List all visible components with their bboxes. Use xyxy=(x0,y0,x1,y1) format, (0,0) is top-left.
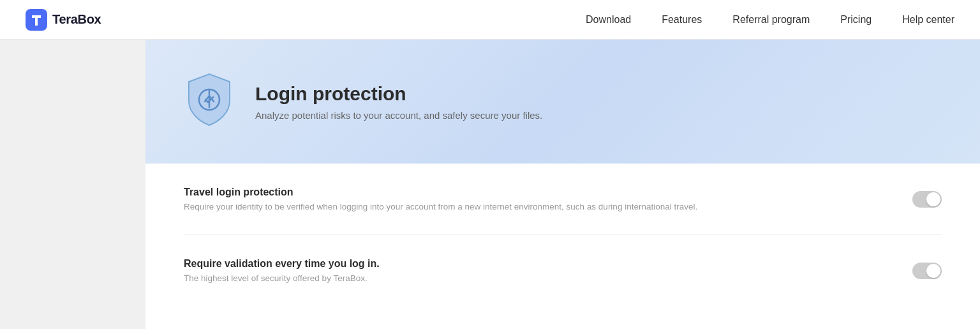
nav-link-download[interactable]: Download xyxy=(586,14,631,26)
setting-desc-validation: The highest level of security offered by… xyxy=(184,273,380,283)
setting-desc-travel: Require your identity to be verified whe… xyxy=(184,202,697,211)
hero-text: Login protection Analyze potential risks… xyxy=(255,83,542,121)
hero-banner: Login protection Analyze potential risks… xyxy=(145,40,980,164)
toggle-validation[interactable] xyxy=(912,263,942,279)
shield-icon xyxy=(184,72,235,129)
logo-text: TeraBox xyxy=(52,12,101,27)
nav-links: Download Features Referral program Prici… xyxy=(586,14,954,26)
toggle-travel[interactable] xyxy=(912,191,942,208)
shield-icon-container xyxy=(184,72,235,132)
setting-item-travel: Travel login protection Require your ide… xyxy=(184,164,942,235)
main-content: Login protection Analyze potential risks… xyxy=(145,40,980,329)
nav-link-help[interactable]: Help center xyxy=(902,14,954,26)
setting-title-validation: Require validation every time you log in… xyxy=(184,258,380,270)
nav-link-referral[interactable]: Referral program xyxy=(732,14,810,26)
hero-subtitle: Analyze potential risks to your account,… xyxy=(255,110,542,121)
setting-title-travel: Travel login protection xyxy=(184,187,697,198)
terabox-logo-icon xyxy=(26,9,47,31)
logo-area[interactable]: TeraBox xyxy=(26,9,101,31)
setting-info-validation: Require validation every time you log in… xyxy=(184,258,380,283)
setting-item-validation: Require validation every time you log in… xyxy=(184,235,942,306)
navbar: TeraBox Download Features Referral progr… xyxy=(0,0,980,40)
nav-link-pricing[interactable]: Pricing xyxy=(840,14,872,26)
hero-title: Login protection xyxy=(255,83,542,105)
nav-link-features[interactable]: Features xyxy=(662,14,702,26)
settings-section: Travel login protection Require your ide… xyxy=(145,164,980,306)
setting-info-travel: Travel login protection Require your ide… xyxy=(184,187,697,211)
